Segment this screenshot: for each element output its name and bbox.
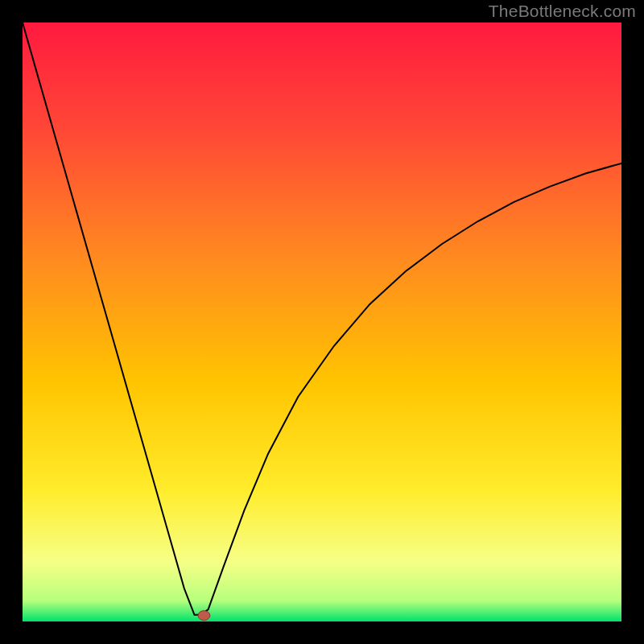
- gradient-background: [23, 23, 621, 621]
- watermark-text: TheBottleneck.com: [489, 2, 636, 21]
- plot-area: [23, 23, 621, 621]
- chart-frame: TheBottleneck.com: [0, 0, 644, 644]
- minimum-marker: [198, 611, 210, 621]
- plot-svg: [23, 23, 621, 621]
